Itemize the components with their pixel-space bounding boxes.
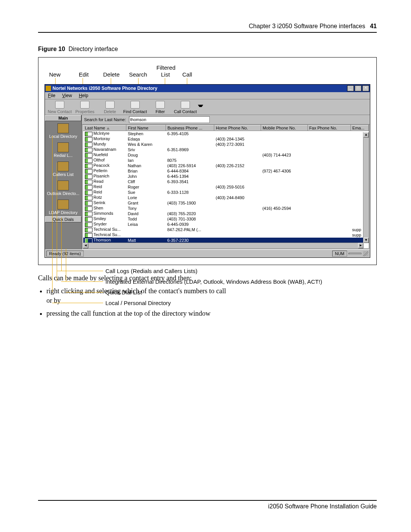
close-button[interactable]: × (362, 85, 369, 91)
contact-card-icon (85, 153, 92, 158)
tool-call-contact[interactable]: Call Contact (173, 101, 198, 114)
new-contact-icon (55, 101, 64, 109)
menu-view[interactable]: View (62, 93, 72, 98)
callout-new: New (49, 71, 61, 78)
header-rule (38, 32, 377, 33)
col-business-phone[interactable]: Business Phone ... (166, 125, 214, 131)
sidebar-item-local-directory[interactable]: Local Directory (45, 121, 81, 140)
table-row[interactable]: ReidSue6-333-1128 (83, 190, 369, 195)
sidebar-item-redial[interactable]: Redial L... (45, 140, 81, 159)
callout-line (57, 163, 57, 281)
scroll-up-icon[interactable]: ▲ (363, 132, 369, 137)
contact-grid: Last Name First Name Business Phone ... … (83, 125, 369, 249)
menu-help[interactable]: Help (79, 93, 88, 98)
toolbar-dropdown-icon[interactable] (198, 105, 203, 109)
table-row[interactable]: PeacockNathan(403) 226-5914(403) 226-215… (83, 163, 369, 168)
table-row[interactable]: NavaratnamSriv6-351-8969 (83, 147, 369, 152)
app-window: Nortel Networks i2050 Software Phone Dir… (45, 84, 370, 258)
status-empty-cell (349, 253, 362, 254)
status-num: NUM (332, 251, 347, 257)
figure-title: Directory interface (68, 46, 118, 52)
callout-edit: Edit (79, 71, 89, 78)
table-row[interactable]: SerinkGrant(403) 735-1900 (83, 200, 369, 206)
tool-new-contact[interactable]: New Contact (47, 101, 72, 114)
horizontal-scrollbar[interactable]: ◄► (83, 243, 363, 248)
figure-box: New Edit Delete Search Filtered List Cal… (38, 57, 377, 265)
maximize-button[interactable]: □ (355, 85, 362, 91)
table-row[interactable]: PisanichJohn6-445-1394 (83, 174, 369, 179)
col-email[interactable]: Ema... (350, 125, 368, 131)
col-mobile-phone[interactable]: Mobile Phone No. (261, 125, 307, 131)
window-title: Nortel Networks i2050 Software Phone Dir… (53, 86, 347, 91)
table-row[interactable]: McIntyreStephen6-395-4105 (83, 131, 369, 137)
sidebar-item-outlook-directory[interactable]: Outlook Directo... (45, 178, 81, 197)
resize-grip-icon[interactable] (363, 251, 368, 256)
table-row[interactable]: Technical Su...supp (83, 232, 369, 238)
callout-list: List (161, 71, 170, 78)
callout-line (66, 249, 66, 281)
table-header-row: Last Name First Name Business Phone ... … (83, 125, 369, 131)
table-row[interactable]: SnyderLeisa6-445-0939 (83, 222, 369, 227)
table-row[interactable]: SmileyTodd(403) 701-3308 (83, 216, 369, 222)
contact-card-icon (85, 158, 92, 163)
title-bar[interactable]: Nortel Networks i2050 Software Phone Dir… (45, 85, 370, 92)
col-last-name[interactable]: Last Name (83, 125, 126, 131)
call-icon (181, 101, 190, 109)
contact-card-icon (85, 206, 92, 211)
col-first-name[interactable]: First Name (126, 125, 166, 131)
menu-file[interactable]: File (48, 93, 55, 98)
col-home-phone[interactable]: Home Phone No. (214, 125, 261, 131)
table-row[interactable]: ReidRoger(403) 259-5016 (83, 184, 369, 190)
legend-quick-dial: Quick Dial List (105, 289, 142, 296)
col-fax-phone[interactable]: Fax Phone No. (307, 125, 350, 131)
sidebar-footer-quick-dials[interactable]: Quick Dials (45, 216, 81, 222)
table-row[interactable]: OlthofIan8075 (83, 158, 369, 163)
tool-properties[interactable]: Properties (72, 101, 97, 114)
page-footer: i2050 Software Phone Installation Guide (38, 500, 377, 510)
legend-local-directory: Local / Personal Directory (105, 300, 171, 306)
bullet-1: right clicking and selecting which of th… (46, 286, 377, 305)
sidebar: Main Local Directory Redial L... Callers… (45, 115, 82, 249)
sidebar-item-callers-list[interactable]: Callers List (45, 159, 81, 178)
contact-card-icon (85, 169, 92, 174)
table-row[interactable]: MundyWes & Karen(403) 272-3091 (83, 142, 369, 147)
search-label: Search for Last Name: (84, 117, 126, 122)
delete-icon (105, 101, 115, 109)
contact-card-icon (85, 190, 92, 195)
table-row[interactable]: RotzLorie(403) 244-8490 (83, 195, 369, 200)
table-row[interactable]: Technical Su...847-262-PALM (...supp (83, 227, 369, 232)
table-row[interactable]: MortorayEdaqa(403) 284-1345 (83, 136, 369, 142)
search-input[interactable] (129, 116, 210, 123)
find-icon (131, 101, 140, 109)
callout-top-row: New Edit Delete Search Filtered List Cal… (45, 63, 370, 84)
table-row[interactable]: NuefeldDoug(403) 714-4423 (83, 152, 369, 158)
table-row[interactable]: PellerinBrian6-444-8384(972) 467-4306 (83, 168, 369, 174)
scroll-down-icon[interactable]: ▼ (363, 238, 369, 243)
tool-filter[interactable]: Filter (148, 101, 173, 114)
contact-card-icon (85, 228, 92, 232)
table-row[interactable]: ThomsonMatt6-357-2230 (83, 238, 369, 243)
table-row[interactable]: SimmondsDavid(403) 765-2020 (83, 211, 369, 216)
contact-card-icon (85, 148, 92, 152)
contact-card-icon (85, 238, 92, 243)
contact-table: Last Name First Name Business Phone ... … (83, 125, 369, 248)
callout-line (57, 271, 103, 271)
toolbar: New Contact Properties Delete Find Conta… (45, 99, 370, 115)
chapter-label: Chapter 3 i2050 Software Phone interface… (249, 23, 365, 29)
tool-delete[interactable]: Delete (97, 101, 123, 114)
sidebar-item-ldap-directory[interactable]: LDAP Directory (45, 197, 81, 216)
table-row[interactable]: ReadCliff6-393-3541 (83, 179, 369, 184)
tool-find-contact[interactable]: Find Contact (123, 101, 148, 114)
figure-caption: Figure 10 Directory interface (38, 46, 377, 53)
scroll-right-icon[interactable]: ► (358, 243, 363, 248)
callout-delete: Delete (103, 71, 119, 78)
legend-call-logs: Call Logs (Redials and Callers Lists) (105, 268, 198, 274)
sidebar-header[interactable]: Main (45, 115, 81, 121)
figure-label: Figure 10 (38, 46, 65, 52)
minimize-button[interactable]: _ (347, 85, 354, 91)
scroll-left-icon[interactable]: ◄ (83, 243, 88, 248)
table-row[interactable]: ShenTony(416) 450-2594 (83, 206, 369, 211)
contact-card-icon (85, 233, 92, 238)
ldap-icon (57, 200, 69, 209)
vertical-scrollbar[interactable]: ▲▼ (363, 132, 369, 243)
